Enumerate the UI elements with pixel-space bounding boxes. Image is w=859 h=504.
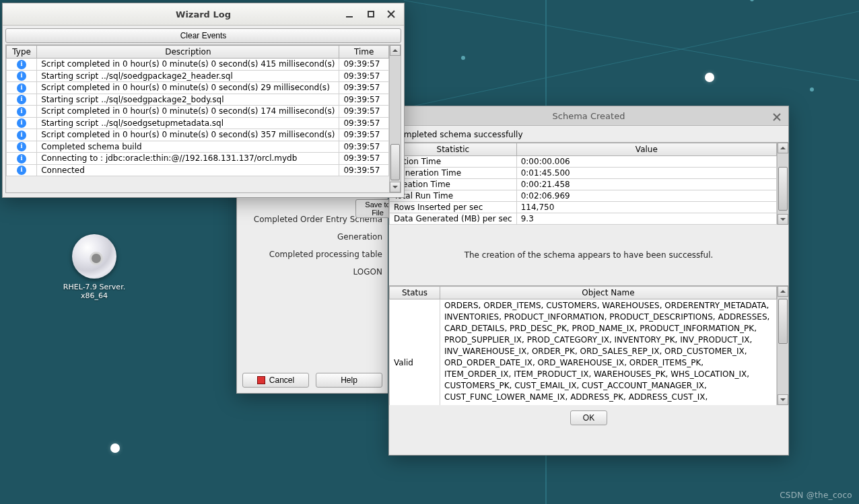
type-cell <box>7 94 37 106</box>
cancel-label: Cancel <box>269 375 294 385</box>
stats-scrollbar[interactable] <box>777 143 788 225</box>
col-description[interactable]: Description <box>37 46 339 59</box>
wizard-log-table: Type Description Time Script completed i… <box>6 45 389 176</box>
time-cell: 09:39:57 <box>339 141 389 153</box>
table-row[interactable]: ection Time0:00:00.006 <box>390 156 777 168</box>
col-statistic[interactable]: Statistic <box>390 143 517 156</box>
scroll-up-icon[interactable] <box>778 143 788 153</box>
table-row[interactable]: Valid ORDERS, ORDER_ITEMS, CUSTOMERS, WA… <box>390 299 777 406</box>
scroll-up-icon[interactable] <box>778 286 788 297</box>
table-row[interactable]: Script completed in 0 hour(s) 0 minute(s… <box>7 82 389 94</box>
table-row[interactable]: Script completed in 0 hour(s) 0 minute(s… <box>7 59 389 71</box>
stat-name-cell: Rows Inserted per sec <box>390 202 517 213</box>
scroll-down-icon[interactable] <box>778 394 788 405</box>
table-row[interactable]: Completed schema build09:39:57 <box>7 141 389 153</box>
scroll-down-icon[interactable] <box>390 182 401 192</box>
scroll-thumb[interactable] <box>778 167 788 211</box>
info-icon <box>17 107 26 116</box>
table-row[interactable]: Connecting to : jdbc:oracle:thin:@//192.… <box>7 153 389 165</box>
scroll-thumb[interactable] <box>778 299 788 344</box>
table-row[interactable]: Starting script ../sql/soedgpackage2_bod… <box>7 94 389 106</box>
log-scrollbar[interactable] <box>389 45 401 192</box>
cancel-button[interactable]: Cancel <box>242 373 309 388</box>
close-icon[interactable] <box>385 8 397 20</box>
info-icon <box>17 118 26 128</box>
clear-events-button[interactable]: Clear Events <box>5 28 401 43</box>
disc-icon <box>72 234 116 279</box>
scroll-track[interactable] <box>778 297 788 394</box>
close-icon[interactable] <box>771 111 783 123</box>
description-cell: Completed schema build <box>37 141 339 153</box>
titlebar[interactable]: Wizard Log <box>3 3 404 26</box>
status-cell: Valid <box>390 299 440 406</box>
dialog-title: Schema Created <box>553 111 625 121</box>
time-cell: 09:39:57 <box>339 129 389 141</box>
help-button[interactable]: Help <box>316 373 382 388</box>
scroll-track[interactable] <box>778 153 788 214</box>
description-cell: Script completed in 0 hour(s) 0 minute(s… <box>37 129 339 141</box>
time-cell: 09:39:57 <box>339 70 389 82</box>
description-cell: Script completed in 0 hour(s) 0 minute(s… <box>37 106 339 118</box>
table-row[interactable]: Starting script ../sql/soedgpackage2_hea… <box>7 70 389 82</box>
maximize-icon[interactable] <box>365 8 377 20</box>
scroll-track[interactable] <box>390 56 401 182</box>
time-cell: 09:39:57 <box>339 153 389 165</box>
table-row[interactable]: Connected09:39:57 <box>7 164 389 176</box>
minimize-icon[interactable] <box>343 8 355 20</box>
description-cell: Starting script ../sql/soedgsetupmetadat… <box>37 117 339 129</box>
objects-table: Status Object Name Valid ORDERS, ORDER_I… <box>389 286 777 405</box>
schema-created-dialog: Schema Created Completed schema successf… <box>388 106 789 456</box>
statistics-table: Statistic Value ection Time0:00:00.006Ge… <box>389 143 777 225</box>
table-row[interactable]: Script completed in 0 hour(s) 0 minute(s… <box>7 106 389 118</box>
objects-scrollbar[interactable] <box>777 286 788 405</box>
stat-value-cell: 0:01:45.500 <box>516 168 776 179</box>
time-cell: 09:39:57 <box>339 82 389 94</box>
ok-button[interactable]: OK <box>570 410 607 425</box>
info-icon <box>17 71 26 81</box>
type-cell <box>7 59 37 71</box>
table-row[interactable]: Script completed in 0 hour(s) 0 minute(s… <box>7 129 389 141</box>
col-time[interactable]: Time <box>339 46 389 59</box>
col-object-name[interactable]: Object Name <box>440 287 777 299</box>
success-message: Completed schema successfully <box>389 126 788 142</box>
time-cell: 09:39:57 <box>339 59 389 71</box>
time-cell: 09:39:57 <box>339 164 389 176</box>
titlebar[interactable]: Schema Created <box>389 106 788 126</box>
stat-value-cell: 114,750 <box>516 202 776 213</box>
description-cell: Connecting to : jdbc:oracle:thin:@//192.… <box>37 153 339 165</box>
description-cell: Starting script ../sql/soedgpackage2_hea… <box>37 70 339 82</box>
desktop-icon-rhel[interactable]: RHEL-7.9 Server. x86_64 <box>61 234 128 300</box>
stat-name-cell: ection Time <box>390 156 517 168</box>
col-status[interactable]: Status <box>390 287 440 299</box>
table-row[interactable]: Data Generated (MB) per sec9.3 <box>390 213 777 225</box>
scroll-up-icon[interactable] <box>390 45 401 56</box>
scroll-down-icon[interactable] <box>778 214 788 225</box>
info-icon <box>17 142 26 151</box>
info-icon <box>17 154 26 164</box>
table-row[interactable]: Creation Time0:00:21.458 <box>390 179 777 190</box>
stat-name-cell: Generation Time <box>390 168 517 179</box>
type-cell <box>7 129 37 141</box>
info-icon <box>17 95 26 104</box>
table-row[interactable]: Generation Time0:01:45.500 <box>390 168 777 179</box>
time-cell: 09:39:57 <box>339 117 389 129</box>
schema-mid-message: The creation of the schema appears to ha… <box>389 225 788 285</box>
type-cell <box>7 117 37 129</box>
stat-value-cell: 0:00:21.458 <box>516 179 776 190</box>
col-type[interactable]: Type <box>7 46 37 59</box>
watermark: CSDN @the_coco <box>780 491 852 500</box>
table-row[interactable]: Rows Inserted per sec114,750 <box>390 202 777 213</box>
desktop-icon-label: RHEL-7.9 Server. <box>61 283 128 291</box>
info-icon <box>17 166 26 175</box>
scroll-thumb[interactable] <box>390 144 400 180</box>
stat-name-cell: Total Run Time <box>390 190 517 202</box>
type-cell <box>7 82 37 94</box>
wizard-log-window: Wizard Log Clear Events Type Description… <box>2 3 405 198</box>
table-row[interactable]: Total Run Time0:02:06.969 <box>390 190 777 202</box>
desktop-icon-label-2: x86_64 <box>61 291 128 300</box>
stat-name-cell: Data Generated (MB) per sec <box>390 213 517 225</box>
description-cell: Starting script ../sql/soedgpackage2_bod… <box>37 94 339 106</box>
col-value[interactable]: Value <box>516 143 776 156</box>
description-cell: Script completed in 0 hour(s) 0 minute(s… <box>37 59 339 71</box>
table-row[interactable]: Starting script ../sql/soedgsetupmetadat… <box>7 117 389 129</box>
